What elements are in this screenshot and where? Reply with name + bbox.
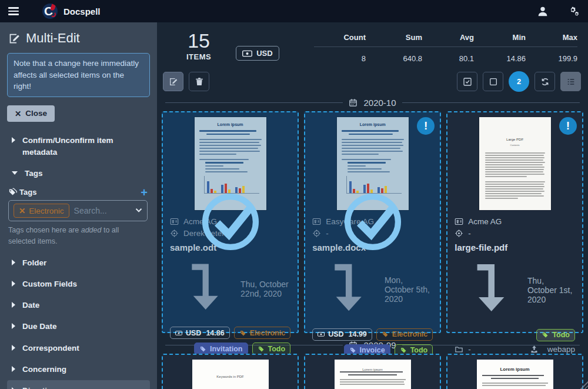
arrow-down-icon: [312, 256, 380, 324]
document-thumbnail: Lorem ipsum: [477, 360, 553, 389]
money-icon: [242, 50, 252, 57]
multi-edit-note: Note that a change here immediatly affec…: [7, 53, 150, 97]
section-tags[interactable]: Tags: [7, 163, 150, 184]
top-navbar: C Docspell: [0, 0, 588, 22]
section-direction[interactable]: Direction: [7, 380, 150, 389]
section-folder[interactable]: Folder: [7, 252, 150, 274]
tag-icon: [349, 347, 356, 354]
edit-icon: [8, 32, 21, 45]
item-name: sample.odt: [170, 242, 290, 252]
thumbnail-chart: [346, 176, 402, 194]
delete-selected-button[interactable]: [189, 72, 209, 91]
docspell-logo-icon: C: [42, 4, 58, 19]
selection-count-badge[interactable]: 2: [509, 71, 529, 92]
dropdown-chevron-icon[interactable]: [135, 205, 142, 216]
remove-tag-icon[interactable]: ✕: [19, 206, 25, 215]
chevron-right-icon: [12, 302, 15, 308]
currency-summary-badge: USD: [236, 46, 279, 61]
tag-icon: [542, 331, 549, 338]
tag-icon: [382, 331, 389, 338]
tags-icon: [8, 188, 17, 197]
item-name: large-file.pdf: [455, 242, 575, 252]
sidebar-title: Multi-Edit: [7, 28, 150, 47]
crosshair-icon: [312, 229, 321, 238]
item-card[interactable]: Lorem ipsum: [446, 354, 583, 389]
section-date[interactable]: Date: [7, 295, 150, 316]
document-preview: Keywords in PDF: [163, 355, 298, 389]
concerning-row: -: [455, 229, 575, 238]
tag-badge-electronic: Electronic: [376, 328, 433, 341]
item-list-main: 15 ITEMS USD Count Sum Avg Min Max: [157, 22, 588, 389]
edit-selected-button[interactable]: [163, 72, 183, 91]
check-square-icon: [463, 77, 472, 87]
tag-icon: [400, 347, 407, 354]
item-card[interactable]: Keywords in PDF: [162, 354, 299, 389]
list-view-button[interactable]: [560, 72, 581, 91]
unconfirmed-alert-icon: !: [559, 117, 577, 135]
section-confirm-metadata[interactable]: Confirm/Unconfirm item metadata: [7, 130, 150, 164]
item-card-sample-docx[interactable]: ! Lorem ipsum: [304, 111, 441, 333]
tag-icon: [199, 345, 206, 353]
amount-badge: USD14.86: [170, 327, 230, 339]
stats-header-min: Min: [474, 31, 526, 47]
tag-icon: [239, 330, 246, 337]
item-date-row: Thu, October 1st, 2020: [455, 256, 575, 324]
document-thumbnail: Lorem ipsum: [195, 117, 266, 210]
folder-icon: [455, 345, 463, 354]
item-card-sample-odt[interactable]: Lorem ipsum: [162, 111, 299, 333]
item-card[interactable]: Lorem ipsum: [304, 354, 441, 389]
document-thumbnail: Lorem ipsum: [337, 117, 409, 210]
correspondent-row: Acme AG: [455, 217, 575, 226]
close-button[interactable]: ✕ Close: [7, 105, 55, 122]
stats-value-min: 14.86: [474, 47, 526, 64]
deselect-all-button[interactable]: [483, 72, 503, 91]
document-thumbnail: Lorem ipsum: [335, 360, 411, 389]
folder-source-row: - webapp: [455, 345, 575, 354]
crosshair-icon: [170, 229, 179, 238]
items-count: 15 ITEMS: [186, 31, 211, 61]
concerning-row: Derek Jeter: [170, 229, 290, 238]
date-group-header: 2020-10: [165, 98, 580, 108]
chevron-right-icon: [12, 345, 15, 351]
tags-multiselect[interactable]: ✕ Electronic: [8, 200, 148, 221]
tags-helper-text: Tags chosen here are added to all select…: [8, 225, 148, 246]
item-name: sample.docx: [312, 242, 433, 252]
chevron-right-icon: [12, 366, 15, 372]
stats-header-sum: Sum: [366, 31, 422, 47]
item-card-large-file-pdf[interactable]: ! Large PDF Contents Acme AG: [446, 111, 583, 333]
correspondent-row: EasyCare AG: [312, 217, 433, 226]
settings-gears-icon[interactable]: [567, 5, 580, 18]
user-icon[interactable]: [536, 5, 549, 18]
stats-header-avg: Avg: [422, 31, 474, 47]
document-preview: Lorem ipsum: [447, 355, 582, 389]
app-title: Docspell: [64, 6, 101, 16]
section-custom-fields[interactable]: Custom Fields: [7, 274, 150, 295]
edit-icon: [169, 77, 178, 87]
tag-icon: [258, 345, 265, 353]
section-due-date[interactable]: Due Date: [7, 316, 150, 337]
correspondent-row: Acme AG: [170, 217, 290, 226]
chevron-right-icon: [12, 260, 15, 265]
section-correspondent[interactable]: Correspondent: [7, 338, 150, 359]
tag-badge-electronic: Electronic: [234, 327, 290, 339]
document-thumbnail: Large PDF Contents: [479, 117, 551, 210]
list-view-icon: [566, 77, 576, 87]
tag-chip-electronic[interactable]: ✕ Electronic: [14, 204, 69, 218]
item-date-row: Mon, October 5th, 2020: [312, 256, 433, 324]
document-preview: Lorem ipsum: [163, 112, 298, 212]
add-tag-icon[interactable]: +: [141, 188, 148, 197]
tags-panel: Tags + ✕ Electronic Tags chosen here are…: [7, 184, 150, 247]
refresh-button[interactable]: [534, 72, 555, 91]
multi-edit-sidebar: Multi-Edit Note that a change here immed…: [0, 22, 157, 389]
chevron-down-icon: [12, 171, 18, 175]
trash-icon: [195, 77, 204, 87]
stats-header-max: Max: [526, 31, 577, 47]
section-concerning[interactable]: Concerning: [7, 359, 150, 380]
refresh-icon: [540, 77, 550, 87]
tag-search-input[interactable]: [74, 206, 131, 215]
close-icon: ✕: [15, 109, 21, 118]
thumbnail-chart: [204, 176, 259, 194]
hamburger-menu-icon[interactable]: [8, 7, 19, 15]
select-all-button[interactable]: [457, 72, 477, 91]
document-thumbnail: Keywords in PDF: [192, 360, 269, 389]
